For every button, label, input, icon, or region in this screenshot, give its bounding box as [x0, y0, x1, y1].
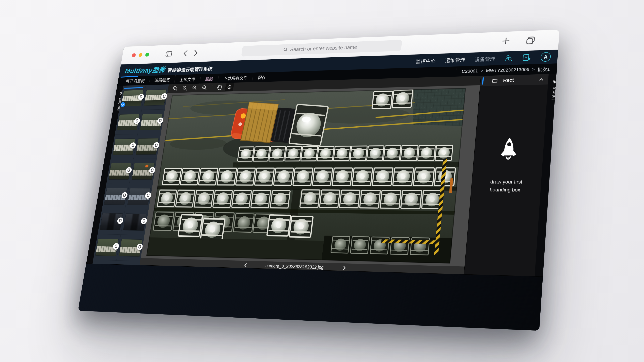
rect-tool-header[interactable]: Rect: [480, 74, 548, 86]
thumbnail[interactable]: [125, 184, 153, 210]
thumbnail[interactable]: [142, 85, 168, 110]
canvas-column: camera_0_2023628182322.jpg: [140, 76, 481, 274]
breadcrumb-separator: >: [480, 68, 484, 73]
nav-item-device-management[interactable]: 设备管理: [474, 55, 496, 63]
delete-button[interactable]: 删除: [200, 74, 219, 84]
thumbnail[interactable]: [119, 86, 146, 110]
rocket-icon: [498, 137, 519, 163]
edit-labels-button[interactable]: 编辑标签: [149, 75, 176, 85]
annotated-image[interactable]: [146, 88, 466, 263]
breadcrumb: C23001 > MWTY20230213006 > 批次1: [456, 66, 550, 74]
workspace: images: [86, 74, 556, 277]
search-icon: [283, 47, 288, 52]
hint-line-1: draw your first: [490, 178, 522, 186]
previous-image-icon[interactable]: [244, 263, 248, 267]
download-all-files-button[interactable]: 下载所有文件: [218, 72, 253, 83]
browser-window: Search or enter website name Multiway励微: [78, 30, 560, 331]
thumbnail[interactable]: [138, 109, 165, 134]
collapse-chevron-icon[interactable]: [539, 78, 543, 82]
zoom-out-icon[interactable]: [180, 84, 190, 92]
minimize-window-button[interactable]: [138, 53, 143, 57]
breadcrumb-item-project[interactable]: C23001: [462, 68, 478, 74]
address-bar[interactable]: Search or enter website name: [241, 40, 402, 56]
back-icon[interactable]: [183, 50, 188, 56]
address-bar-placeholder: Search or enter website name: [290, 44, 358, 52]
tab-labels-label: labels: [551, 87, 556, 100]
brand-subtitle: 智能物流云端管理系统: [167, 65, 213, 73]
thumbnail[interactable]: [116, 235, 144, 261]
brand-logo: Multiway励微: [124, 64, 166, 75]
breadcrumb-item-batch[interactable]: 批次1: [537, 66, 550, 72]
image-viewport[interactable]: [141, 85, 480, 267]
new-tab-icon[interactable]: [501, 36, 511, 45]
thumbnail[interactable]: [102, 184, 129, 209]
rect-tool-icon: [492, 79, 498, 82]
tab-labels[interactable]: labels: [551, 80, 556, 100]
close-window-button[interactable]: [132, 53, 136, 57]
app-root: Multiway励微 智能物流云端管理系统 监控中心 运维管理 设备管理: [78, 50, 558, 331]
rect-tool-label: Rect: [503, 77, 514, 83]
toolbar-divider: [212, 85, 212, 90]
zoom-in-icon[interactable]: [171, 85, 180, 92]
user-search-icon[interactable]: [505, 54, 513, 62]
thumbnail[interactable]: [93, 234, 121, 261]
selected-thumbnail-indicator: [124, 87, 143, 89]
nav-item-ops-management[interactable]: 运维管理: [445, 56, 466, 64]
locate-crosshair-icon[interactable]: [225, 83, 234, 91]
desktop-background: Search or enter website name Multiway励微: [0, 0, 644, 362]
next-image-icon[interactable]: [342, 266, 346, 270]
sidebar-icon[interactable]: [165, 51, 172, 56]
zoom-window-button[interactable]: [145, 53, 149, 56]
svg-text:A: A: [525, 55, 527, 59]
thumbnail[interactable]: [106, 159, 134, 184]
annotation-add-icon[interactable]: A: [522, 54, 531, 61]
tab-overview-icon[interactable]: [526, 36, 536, 45]
brand: Multiway励微 智能物流云端管理系统: [124, 63, 213, 75]
breadcrumb-item-task[interactable]: MWTY20230213006: [486, 67, 530, 73]
zoom-cancel-icon[interactable]: [190, 84, 199, 92]
zoom-fit-icon[interactable]: [200, 84, 209, 92]
nav-item-monitoring-center[interactable]: 监控中心: [416, 57, 436, 65]
thumbnail[interactable]: [121, 209, 148, 235]
hint-line-2: bounding box: [489, 186, 522, 194]
pan-hand-icon[interactable]: [215, 83, 224, 91]
thumbnail[interactable]: [134, 134, 161, 159]
forward-icon[interactable]: [193, 49, 198, 56]
thumbnail[interactable]: [98, 209, 125, 235]
empty-state-hint: draw your first bounding box: [489, 178, 522, 194]
selected-check-icon: [120, 102, 126, 107]
tag-icon: [552, 80, 556, 84]
avatar[interactable]: A: [540, 52, 551, 62]
save-button[interactable]: 保存: [252, 72, 272, 82]
active-panel-accent: [482, 77, 484, 84]
thumbnail[interactable]: [111, 134, 138, 159]
upload-file-button[interactable]: 上传文件: [174, 74, 201, 84]
window-controls: [132, 53, 149, 57]
breadcrumb-separator: >: [532, 67, 535, 72]
thumbnail[interactable]: [115, 110, 142, 134]
thumbnail[interactable]: [129, 159, 157, 184]
